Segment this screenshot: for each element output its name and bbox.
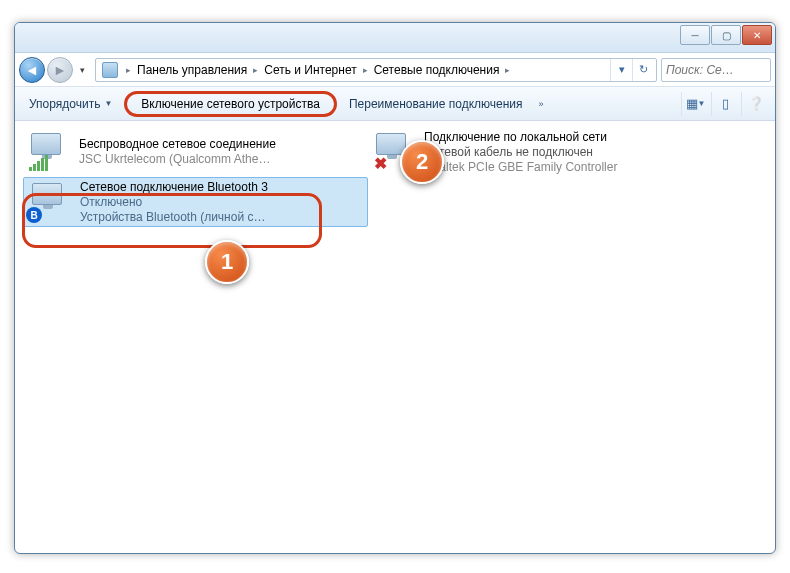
explorer-window: ─ ▢ ✕ ◄ ► ▾ ▸ Панель управления ▸ Сеть и…: [14, 22, 776, 554]
rename-connection-button[interactable]: Переименование подключения: [341, 93, 531, 115]
breadcrumb-network-internet[interactable]: Сеть и Интернет: [262, 63, 358, 77]
refresh-button[interactable]: ↻: [632, 59, 654, 81]
more-commands[interactable]: »: [531, 99, 552, 109]
address-actions: ▾ ↻: [610, 59, 654, 81]
view-options-button[interactable]: ▦ ▼: [681, 92, 709, 116]
chevron-right-icon[interactable]: ▸: [122, 65, 135, 75]
help-button[interactable]: ❔: [741, 92, 769, 116]
connection-detail: Устройства Bluetooth (личной с…: [80, 210, 365, 225]
annotation-callout-2: 2: [400, 140, 444, 184]
chevron-down-icon: ▼: [104, 99, 112, 108]
chevron-right-icon[interactable]: ▸: [359, 65, 372, 75]
back-button[interactable]: ◄: [19, 57, 45, 83]
navigation-bar: ◄ ► ▾ ▸ Панель управления ▸ Сеть и Интер…: [15, 53, 775, 87]
chevron-right-icon[interactable]: ▸: [501, 65, 514, 75]
connection-status: Отключено: [80, 195, 365, 210]
connection-text: Сетевое подключение Bluetooth 3 Отключен…: [80, 180, 365, 225]
connection-title: Подключение по локальной сети: [424, 130, 711, 145]
connections-list: Беспроводное сетевое соединение JSC Ukrt…: [15, 121, 775, 233]
enable-device-label: Включение сетевого устройства: [141, 97, 320, 111]
search-box[interactable]: [661, 58, 771, 82]
network-icon: [102, 62, 118, 78]
command-bar: Упорядочить ▼ Включение сетевого устройс…: [15, 87, 775, 121]
preview-pane-button[interactable]: ▯: [711, 92, 739, 116]
connection-title: Беспроводное сетевое соединение: [79, 137, 366, 152]
connection-text: Подключение по локальной сети Сетевой ка…: [424, 130, 711, 175]
nav-arrows: ◄ ► ▾: [19, 57, 89, 83]
connection-item-wireless[interactable]: Беспроводное сетевое соединение JSC Ukrt…: [23, 127, 368, 177]
disconnected-icon: ✖: [374, 154, 387, 173]
connection-detail: Realtek PCIe GBE Family Controller: [424, 160, 711, 175]
titlebar: ─ ▢ ✕: [15, 23, 775, 53]
connection-item-bluetooth[interactable]: B Сетевое подключение Bluetooth 3 Отключ…: [23, 177, 368, 227]
toolbar-right: ▦ ▼ ▯ ❔: [681, 92, 769, 116]
connection-detail: JSC Ukrtelecom (Qualcomm Athe…: [79, 152, 366, 167]
chevron-right-icon[interactable]: ▸: [249, 65, 262, 75]
address-dropdown[interactable]: ▾: [610, 59, 632, 81]
maximize-button[interactable]: ▢: [711, 25, 741, 45]
breadcrumb-network-connections[interactable]: Сетевые подключения: [372, 63, 502, 77]
search-input[interactable]: [666, 63, 766, 77]
annotation-callout-1: 1: [205, 240, 249, 284]
breadcrumb-control-panel[interactable]: Панель управления: [135, 63, 249, 77]
enable-device-button[interactable]: Включение сетевого устройства: [124, 91, 337, 117]
minimize-button[interactable]: ─: [680, 25, 710, 45]
organize-menu[interactable]: Упорядочить ▼: [21, 93, 120, 115]
connection-title: Сетевое подключение Bluetooth 3: [80, 180, 365, 195]
connection-status: Сетевой кабель не подключен: [424, 145, 711, 160]
bluetooth-network-icon: B: [26, 181, 74, 223]
rename-label: Переименование подключения: [349, 97, 523, 111]
bluetooth-badge-icon: B: [26, 207, 42, 223]
address-bar[interactable]: ▸ Панель управления ▸ Сеть и Интернет ▸ …: [95, 58, 657, 82]
history-dropdown[interactable]: ▾: [75, 60, 89, 80]
organize-label: Упорядочить: [29, 97, 100, 111]
wireless-icon: [25, 131, 73, 173]
close-button[interactable]: ✕: [742, 25, 772, 45]
connection-text: Беспроводное сетевое соединение JSC Ukrt…: [79, 137, 366, 167]
forward-button[interactable]: ►: [47, 57, 73, 83]
